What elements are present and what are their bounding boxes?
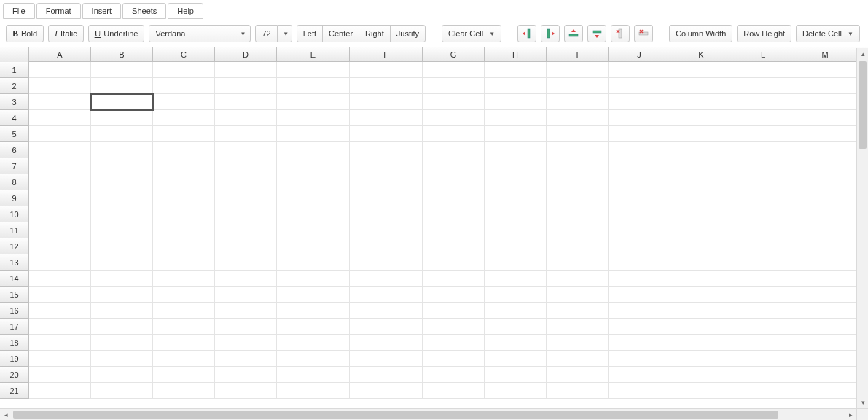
cell-B19[interactable] — [91, 351, 153, 367]
cell-B15[interactable] — [91, 287, 153, 303]
cell-J4[interactable] — [609, 110, 670, 126]
cell-J10[interactable] — [609, 206, 670, 222]
cell-C12[interactable] — [153, 238, 215, 254]
cell-E1[interactable] — [277, 62, 350, 78]
cell-G2[interactable] — [423, 78, 485, 94]
cell-A16[interactable] — [29, 303, 91, 319]
cell-M15[interactable] — [794, 287, 856, 303]
cell-C21[interactable] — [153, 383, 215, 399]
cell-J9[interactable] — [609, 190, 670, 206]
cell-M9[interactable] — [794, 190, 856, 206]
cell-G20[interactable] — [423, 367, 485, 383]
cell-A8[interactable] — [29, 174, 91, 190]
cell-D1[interactable] — [215, 62, 277, 78]
cell-E5[interactable] — [277, 126, 350, 142]
cell-E20[interactable] — [277, 367, 350, 383]
delete-row-button[interactable] — [634, 25, 653, 42]
cell-G10[interactable] — [423, 206, 485, 222]
cell-J2[interactable] — [609, 78, 670, 94]
cell-L19[interactable] — [732, 351, 794, 367]
row-header-3[interactable]: 3 — [0, 94, 29, 110]
cell-I17[interactable] — [547, 319, 609, 335]
cell-L10[interactable] — [732, 206, 794, 222]
cell-G5[interactable] — [423, 126, 485, 142]
cell-H15[interactable] — [485, 287, 547, 303]
cell-B5[interactable] — [91, 126, 153, 142]
cell-J18[interactable] — [609, 335, 670, 351]
cell-E2[interactable] — [277, 78, 350, 94]
cell-D2[interactable] — [215, 78, 277, 94]
cell-B16[interactable] — [91, 303, 153, 319]
cell-A2[interactable] — [29, 78, 91, 94]
cell-K12[interactable] — [670, 238, 732, 254]
cell-H18[interactable] — [485, 335, 547, 351]
scroll-up-button[interactable]: ▴ — [857, 48, 868, 60]
cell-A14[interactable] — [29, 271, 91, 287]
row-header-16[interactable]: 16 — [0, 303, 29, 319]
cell-B12[interactable] — [91, 238, 153, 254]
italic-button[interactable]: I Italic — [48, 25, 84, 42]
cell-F5[interactable] — [350, 126, 423, 142]
cell-K10[interactable] — [670, 206, 732, 222]
cell-E19[interactable] — [277, 351, 350, 367]
cell-L13[interactable] — [732, 254, 794, 271]
insert-row-above-button[interactable] — [564, 25, 583, 42]
cell-E15[interactable] — [277, 287, 350, 303]
cell-J17[interactable] — [609, 319, 670, 335]
cell-H10[interactable] — [485, 206, 547, 222]
cell-H6[interactable] — [485, 142, 547, 158]
cell-F8[interactable] — [350, 174, 423, 190]
cell-H12[interactable] — [485, 238, 547, 254]
cell-K17[interactable] — [670, 319, 732, 335]
cell-L2[interactable] — [732, 78, 794, 94]
cell-B7[interactable] — [91, 158, 153, 174]
cell-J1[interactable] — [609, 62, 670, 78]
cell-H19[interactable] — [485, 351, 547, 367]
cell-C2[interactable] — [153, 78, 215, 94]
cell-F20[interactable] — [350, 367, 423, 383]
cell-A15[interactable] — [29, 287, 91, 303]
cell-B14[interactable] — [91, 271, 153, 287]
cell-F12[interactable] — [350, 238, 423, 254]
cell-D4[interactable] — [215, 110, 277, 126]
cell-D6[interactable] — [215, 142, 277, 158]
underline-button[interactable]: U Underline — [88, 25, 145, 42]
menu-help[interactable]: Help — [168, 3, 203, 19]
font-size-select[interactable]: 72 — [255, 25, 277, 42]
cell-K9[interactable] — [670, 190, 732, 206]
row-header-1[interactable]: 1 — [0, 62, 29, 78]
cell-I6[interactable] — [547, 142, 609, 158]
cell-L6[interactable] — [732, 142, 794, 158]
cell-I18[interactable] — [547, 335, 609, 351]
align-justify-button[interactable]: Justify — [390, 25, 426, 42]
scroll-right-button[interactable]: ▸ — [845, 409, 856, 420]
cell-I16[interactable] — [547, 303, 609, 319]
cell-E11[interactable] — [277, 222, 350, 238]
cell-F1[interactable] — [350, 62, 423, 78]
cell-L12[interactable] — [732, 238, 794, 254]
cell-M16[interactable] — [794, 303, 856, 319]
cell-J12[interactable] — [609, 238, 670, 254]
cell-D21[interactable] — [215, 383, 277, 399]
column-header-H[interactable]: H — [485, 47, 547, 62]
cell-K16[interactable] — [670, 303, 732, 319]
cell-H21[interactable] — [485, 383, 547, 399]
cell-A6[interactable] — [29, 142, 91, 158]
cell-F14[interactable] — [350, 271, 423, 287]
row-header-14[interactable]: 14 — [0, 271, 29, 287]
cell-B8[interactable] — [91, 174, 153, 190]
column-header-F[interactable]: F — [350, 47, 423, 62]
vertical-scroll-thumb[interactable] — [859, 61, 867, 149]
cell-I2[interactable] — [547, 78, 609, 94]
cell-M19[interactable] — [794, 351, 856, 367]
cell-B17[interactable] — [91, 319, 153, 335]
cell-C14[interactable] — [153, 271, 215, 287]
cell-C11[interactable] — [153, 222, 215, 238]
cell-M2[interactable] — [794, 78, 856, 94]
cell-A19[interactable] — [29, 351, 91, 367]
cell-J5[interactable] — [609, 126, 670, 142]
cell-F19[interactable] — [350, 351, 423, 367]
align-center-button[interactable]: Center — [322, 25, 359, 42]
cell-M21[interactable] — [794, 383, 856, 399]
bold-button[interactable]: B Bold — [6, 25, 44, 42]
